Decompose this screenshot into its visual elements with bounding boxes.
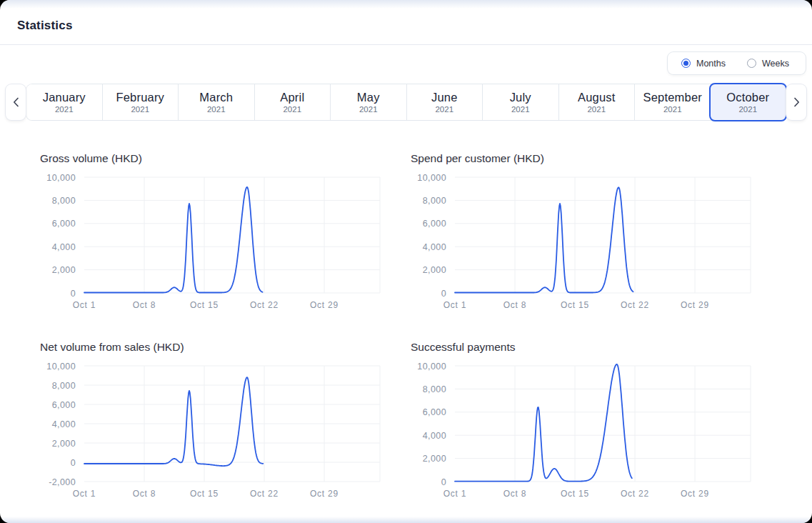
svg-text:Oct 15: Oct 15 [190,489,219,499]
month-item-june[interactable]: June2021 [406,84,483,120]
svg-text:Oct 1: Oct 1 [73,300,96,310]
year-label: 2021 [207,105,226,114]
year-label: 2021 [283,105,301,114]
month-label: September [643,91,702,104]
svg-text:Oct 22: Oct 22 [621,489,649,499]
svg-text:Oct 15: Oct 15 [561,489,589,499]
svg-text:8,000: 8,000 [423,384,446,394]
svg-text:Oct 22: Oct 22 [250,489,279,499]
month-item-february[interactable]: February2021 [102,84,179,120]
month-item-may[interactable]: May2021 [330,84,406,120]
interval-option-label: Weeks [762,59,789,69]
svg-text:6,000: 6,000 [423,219,446,229]
year-label: 2021 [511,105,530,114]
svg-text:6,000: 6,000 [423,407,446,417]
year-label: 2021 [587,105,606,114]
month-item-april[interactable]: April2021 [254,84,331,120]
month-label: February [116,91,164,104]
chart-title: Gross volume (HKD) [40,151,383,166]
svg-text:2,000: 2,000 [423,454,446,464]
interval-option-months[interactable]: Months [681,59,726,69]
svg-text:-2,000: -2,000 [49,477,76,487]
line-chart: 02,0004,0006,0008,00010,000Oct 1Oct 8Oct… [411,360,753,503]
month-label: January [43,91,86,104]
month-item-march[interactable]: March2021 [178,84,254,120]
chevron-left-icon [13,97,19,107]
month-label: June [431,91,458,104]
svg-text:Oct 29: Oct 29 [310,489,339,499]
month-item-october[interactable]: October2021 [709,83,788,121]
svg-text:10,000: 10,000 [417,173,446,183]
month-item-january[interactable]: January2021 [26,84,102,120]
month-label: July [510,91,531,104]
month-label: August [578,91,616,104]
svg-text:4,000: 4,000 [423,242,446,252]
radio-unselected-icon[interactable] [747,59,756,68]
svg-text:2,000: 2,000 [423,265,446,275]
svg-text:Oct 8: Oct 8 [503,300,527,310]
svg-text:8,000: 8,000 [52,381,76,391]
chart-title: Successful payments [411,339,753,355]
chart-gross-volume: Gross volume (HKD) 02,0004,0006,0008,000… [40,151,383,314]
svg-text:Oct 1: Oct 1 [73,489,96,499]
year-label: 2021 [55,105,74,114]
month-item-august[interactable]: August2021 [558,84,635,120]
statistics-window: Statistics Months Weeks January2021Febru… [0,0,812,523]
svg-text:10,000: 10,000 [46,362,76,372]
radio-selected-icon[interactable] [681,59,691,68]
month-label: May [357,91,380,104]
svg-text:10,000: 10,000 [417,362,446,372]
svg-text:Oct 29: Oct 29 [310,300,339,310]
month-label: March [199,91,233,104]
svg-text:6,000: 6,000 [52,219,76,229]
next-month-button[interactable] [786,84,806,120]
svg-text:0: 0 [71,458,76,468]
svg-text:Oct 29: Oct 29 [681,300,709,310]
month-label: October [726,91,769,104]
chart-svg: 02,0004,0006,0008,00010,000Oct 1Oct 8Oct… [40,171,383,314]
svg-text:2,000: 2,000 [52,439,76,449]
page-title: Statistics [17,19,73,33]
interval-option-label: Months [696,59,726,69]
year-label: 2021 [435,105,453,114]
svg-text:0: 0 [441,289,446,299]
chart-title: Net volume from sales (HKD) [40,339,383,355]
svg-text:Oct 29: Oct 29 [681,489,709,499]
header: Statistics [0,0,812,45]
svg-text:Oct 8: Oct 8 [503,489,527,499]
line-chart: -2,00002,0004,0006,0008,00010,000Oct 1Oc… [40,360,383,503]
svg-text:4,000: 4,000 [52,242,76,252]
svg-text:6,000: 6,000 [52,400,76,410]
month-item-september[interactable]: September2021 [634,84,711,120]
svg-text:Oct 1: Oct 1 [443,489,467,499]
chart-spend-per-customer: Spend per customer (HKD) 02,0004,0006,00… [411,151,753,314]
interval-option-weeks[interactable]: Weeks [747,59,789,69]
month-strip: January2021February2021March2021April202… [26,84,786,120]
year-label: 2021 [359,105,378,114]
svg-text:8,000: 8,000 [423,196,446,206]
year-label: 2021 [738,105,757,114]
svg-text:Oct 1: Oct 1 [443,300,467,310]
chart-successful-payments: Successful payments 02,0004,0006,0008,00… [411,339,753,503]
chart-title: Spend per customer (HKD) [411,151,753,166]
svg-text:Oct 8: Oct 8 [133,300,156,310]
svg-text:Oct 15: Oct 15 [190,300,219,310]
svg-text:Oct 22: Oct 22 [250,300,279,310]
previous-month-button[interactable] [6,84,26,120]
svg-text:Oct 8: Oct 8 [133,489,156,499]
svg-text:2,000: 2,000 [52,265,76,275]
svg-text:0: 0 [71,289,76,299]
year-label: 2021 [663,105,682,114]
month-label: April [280,91,304,104]
month-item-july[interactable]: July2021 [482,84,558,120]
window-bottom-edge [0,517,812,523]
line-chart: 02,0004,0006,0008,00010,000Oct 1Oct 8Oct… [411,171,753,314]
svg-text:Oct 22: Oct 22 [621,300,649,310]
svg-text:4,000: 4,000 [423,431,446,441]
svg-text:8,000: 8,000 [52,196,76,206]
svg-text:Oct 15: Oct 15 [561,300,589,310]
line-chart: 02,0004,0006,0008,00010,000Oct 1Oct 8Oct… [40,171,383,314]
svg-text:0: 0 [441,477,446,487]
year-label: 2021 [131,105,149,114]
chart-svg: -2,00002,0004,0006,0008,00010,000Oct 1Oc… [40,360,383,503]
